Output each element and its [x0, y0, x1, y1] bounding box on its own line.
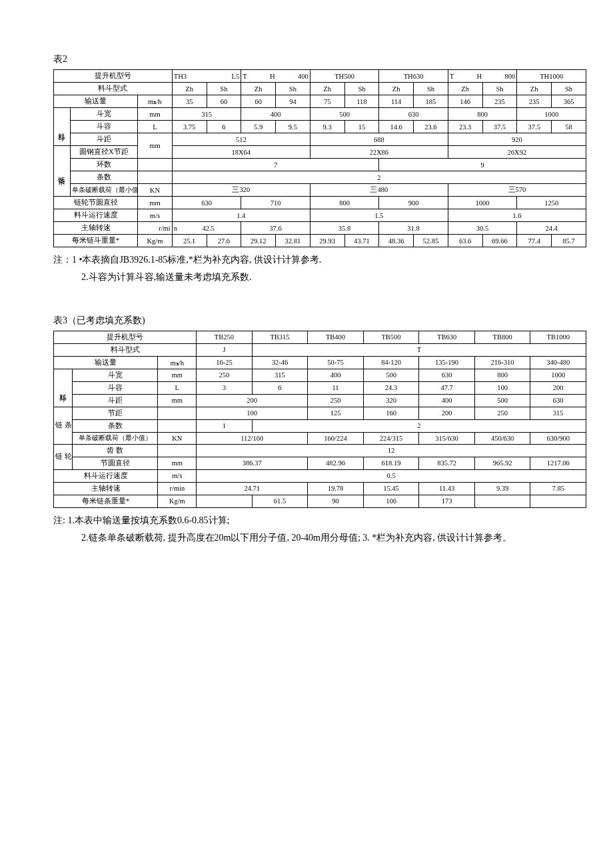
- t2-row-break: 单条破断载荷（最小值） KN 三320 三480 三570: [54, 184, 586, 197]
- t3-sprocket-section: 链 轮: [54, 444, 73, 469]
- table3: 提升机型号 TB250 TB315 TB400 TB500 TB630 TB80…: [53, 331, 586, 508]
- t2-note-1: 注：1 •本表摘自JB3926.1-85标准,*栏为补充内容, 供设计计算参考.: [53, 253, 586, 267]
- t3-row-speed: 料斗运行速度 m/s 0.5: [54, 469, 586, 482]
- t2-m3: TH500: [310, 70, 379, 83]
- t2-m4: TH630: [379, 70, 448, 83]
- t2-row-model: 提升机型号 TH3L5 TH400 TH500 TH630 TH800 TH10…: [54, 70, 586, 83]
- table3-title: 表3（已考虑填充系数): [53, 315, 586, 327]
- t3-note-1: 注: 1.本表中输送量按填充系数0.6-0.85计算;: [53, 513, 586, 528]
- t2-row-rings: 环数 7 9: [54, 159, 586, 171]
- t2-bwidth-unit: mm: [138, 108, 173, 121]
- t2-bvol-label: 斗容: [70, 121, 137, 133]
- t2-row-shaft: 主轴转速 r/mi n42.5 37.6 35.8 31.8 30.5 24.4: [54, 222, 586, 235]
- t3-row-pitchcircle: 节圆直径 mm 386.37 482.96 618.19 835.72 965.…: [54, 457, 586, 469]
- t2-m6: TH1000: [517, 70, 586, 83]
- t2-row-btype: 料斗型式 Zh Sh Zh Sh Zh Sh Zh Sh Zh Sh Zh Sh: [54, 83, 586, 95]
- t2-bwidth-label: 斗宽: [70, 108, 137, 121]
- t2-note-2: 2.斗容为计算斗容,输送量未考虑填充系数.: [53, 270, 586, 285]
- t2-sprocket-label: 链轮节圆直径: [54, 197, 138, 209]
- t3-row-bvol: 斗容 L 3 6 11 24.3 47.7 100 200: [54, 381, 586, 394]
- t2-rings-label: 环数: [70, 159, 137, 171]
- t2-chain-section: 链条: [54, 146, 71, 197]
- t3-row-teeth: 链 轮 齿 数 12: [54, 444, 586, 457]
- t3-row-shaft: 主轴转速 r/min 24.71 19.78 15.45 11.43 9.39 …: [54, 482, 586, 495]
- t3-row-model: 提升机型号 TB250 TB315 TB400 TB500 TB630 TB80…: [54, 331, 586, 343]
- t3-note-2: 2.链条单条破断载荷, 提升高度在20m以下用分子值, 20-40m用分母值; …: [53, 531, 586, 545]
- t2-break-label: 单条破断载荷（最小值）: [70, 184, 137, 197]
- t3-row-strands: 条数 1 2: [54, 419, 586, 432]
- t3-model-label: 提升机型号: [54, 331, 197, 343]
- t3-row-linkpitch: 链 条 节距 100 125 160 200 250 315: [54, 407, 586, 419]
- t3-row-bpitch: 斗距 mm 200 250 320 400 500 630: [54, 394, 586, 407]
- t3-bucket-section: 料斗: [54, 369, 73, 407]
- t2-shaft-label: 主轴转速: [54, 222, 138, 235]
- t2-row-roundbar: 链条 圆钢直径X节距 18X64 22X86 26X92: [54, 146, 586, 159]
- table2-title: 表2: [53, 53, 586, 65]
- t3-row-break: 单条破断载荷（最小值） KN 112/160 160/224 224/315 3…: [54, 432, 586, 444]
- t2-roundbar-label: 圆钢直径X节距: [70, 146, 137, 159]
- t2-bucket-section: 料斗: [54, 108, 71, 146]
- t2-weight-label: 每米链斗重量*: [54, 235, 138, 247]
- t3-row-bwidth: 料斗 斗宽 mm 250 315 400 500 630 800 1000: [54, 369, 586, 381]
- t3-throughput-label: 输送量: [54, 356, 158, 369]
- t3-row-btype: 料斗型式 J T: [54, 343, 586, 356]
- table3-notes: 注: 1.本表中输送量按填充系数0.6-0.85计算; 2.链条单条破断载荷, …: [53, 513, 586, 546]
- t2-speed-label: 料斗运行速度: [54, 209, 138, 222]
- t3-row-weight: 每米链条重量* Kg/m 61.5 90 106 173: [54, 495, 586, 507]
- t2-row-bwidth: 料斗 斗宽 mm 315 400 500 630 800 1000: [54, 108, 586, 121]
- t2-bpitch-label: 斗距: [70, 133, 137, 146]
- t3-btype-label: 料斗型式: [54, 343, 197, 356]
- t2-throughput-label: 输送量: [54, 95, 138, 108]
- t2-strands-label: 条数: [70, 171, 137, 184]
- t2-bvol-unit: L: [138, 121, 173, 133]
- t2-bpitch-unit: mm: [138, 133, 173, 159]
- t2-throughput-unit: m₃/h: [138, 95, 173, 108]
- t2-m1: TH3L5: [172, 70, 241, 83]
- t3-row-throughput: 输送量 m₃/h 16-25 32-46 50-75 84-120 135-19…: [54, 356, 586, 369]
- t2-m2: TH400: [241, 70, 310, 83]
- t2-row-bpitch: 斗距 mm 512 688 920: [54, 133, 586, 146]
- t2-btype-label: 料斗型式: [54, 83, 173, 95]
- t2-break-unit: KN: [138, 184, 173, 197]
- t2-m5: TH800: [448, 70, 517, 83]
- t2-row-sprocket: 链轮节圆直径 mm 630 710 800 900 1000 1250: [54, 197, 586, 209]
- table2-notes: 注：1 •本表摘自JB3926.1-85标准,*栏为补充内容, 供设计计算参考.…: [53, 253, 586, 285]
- t2-row-speed: 料斗运行速度 m/s 1.4 1.5 1.6: [54, 209, 586, 222]
- t2-row-strands: 条数 2: [54, 171, 586, 184]
- t2-row-bvol: 斗容 L 3.75 6 5.9 9.5 9.3 15 14.6 23.6 23.…: [54, 121, 586, 133]
- t2-model-label: 提升机型号: [54, 70, 173, 83]
- table2: 提升机型号 TH3L5 TH400 TH500 TH630 TH800 TH10…: [53, 69, 586, 247]
- t2-row-throughput: 输送量 m₃/h 35 60 60 94 75 118 114 185 146 …: [54, 95, 586, 108]
- t3-chain-section: 链 条: [54, 407, 73, 444]
- t2-row-weight: 每米链斗重量* Kg/m 25.1 27.6 29.12 32.81 29.93…: [54, 235, 586, 247]
